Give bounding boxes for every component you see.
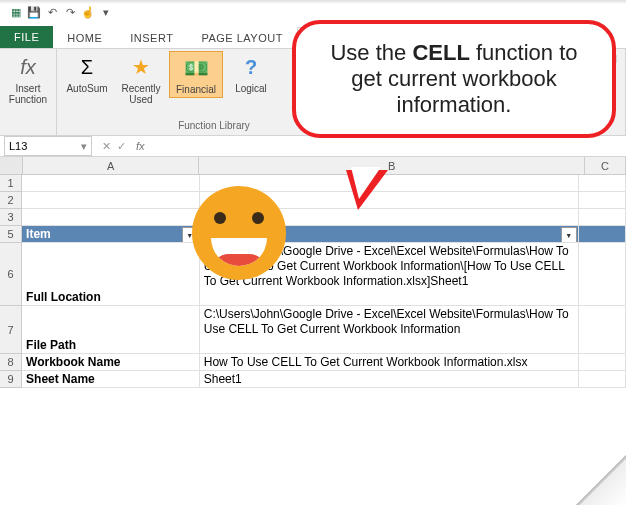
money-icon: 💵 (182, 54, 210, 82)
financial-button[interactable]: 💵 Financial (169, 51, 223, 98)
save-icon[interactable]: 💾 (26, 4, 42, 20)
row-header[interactable]: 7 (0, 306, 22, 354)
formula-input[interactable] (149, 137, 626, 155)
cell[interactable] (579, 175, 626, 192)
cell[interactable] (22, 209, 200, 226)
filter-icon[interactable]: ▼ (561, 227, 577, 243)
formula-bar: L13▾ ✕ ✓ fx (0, 136, 626, 157)
cell[interactable] (579, 226, 626, 243)
tab-page-layout[interactable]: PAGE LAYOUT (187, 28, 297, 48)
page-curl-decoration (576, 455, 626, 505)
cell[interactable] (579, 354, 626, 371)
recently-used-button[interactable]: ★ Recently Used (115, 51, 167, 107)
undo-icon[interactable]: ↶ (44, 4, 60, 20)
fx-icon: fx (14, 53, 42, 81)
worksheet-grid: A B C 1 2 3 5 Item▼ Result▼ 6 Full Locat… (0, 157, 626, 388)
cell-label[interactable]: Full Location (22, 243, 200, 306)
excel-icon[interactable]: ▦ (8, 4, 24, 20)
cell-value[interactable]: How To Use CELL To Get Current Workbook … (200, 354, 579, 371)
header-item[interactable]: Item▼ (22, 226, 200, 243)
logical-button[interactable]: ? Logical (225, 51, 277, 96)
tab-home[interactable]: HOME (53, 28, 116, 48)
row-header[interactable]: 1 (0, 175, 22, 192)
qat-dropdown-icon[interactable]: ▾ (98, 4, 114, 20)
cell[interactable] (579, 306, 626, 354)
emoji-face-icon (192, 186, 286, 280)
tab-file[interactable]: FILE (0, 26, 53, 48)
cell[interactable] (579, 192, 626, 209)
cell-value[interactable]: C:\Users\John\Google Drive - Excel\Excel… (200, 306, 579, 354)
row-header[interactable]: 2 (0, 192, 22, 209)
row-header[interactable]: 3 (0, 209, 22, 226)
redo-icon[interactable]: ↷ (62, 4, 78, 20)
row-header[interactable]: 8 (0, 354, 22, 371)
cell[interactable] (579, 209, 626, 226)
cell-label[interactable]: Workbook Name (22, 354, 200, 371)
question-icon: ? (237, 53, 265, 81)
col-header-c[interactable]: C (585, 157, 626, 175)
star-icon: ★ (127, 53, 155, 81)
tab-insert[interactable]: INSERT (116, 28, 187, 48)
cell[interactable] (579, 243, 626, 306)
autosum-button[interactable]: Σ AutoSum (61, 51, 113, 96)
cell[interactable] (22, 175, 200, 192)
cell[interactable] (22, 192, 200, 209)
row-header[interactable]: 9 (0, 371, 22, 388)
touch-mode-icon[interactable]: ☝ (80, 4, 96, 20)
enter-icon[interactable]: ✓ (117, 140, 126, 153)
cancel-icon[interactable]: ✕ (102, 140, 111, 153)
callout-bubble: Use the CELL function to get current wor… (292, 20, 616, 138)
function-library-label: Function Library (178, 120, 250, 133)
row-header[interactable]: 5 (0, 226, 22, 243)
sigma-icon: Σ (73, 53, 101, 81)
col-header-a[interactable]: A (23, 157, 199, 175)
select-all-corner[interactable] (0, 157, 23, 175)
col-header-b[interactable]: B (199, 157, 585, 175)
cell[interactable] (579, 371, 626, 388)
insert-function-button[interactable]: fx Insert Function (2, 51, 54, 107)
cell-label[interactable]: File Path (22, 306, 200, 354)
row-header[interactable]: 6 (0, 243, 22, 306)
fx-label[interactable]: fx (132, 140, 149, 152)
cell-label[interactable]: Sheet Name (22, 371, 200, 388)
name-box[interactable]: L13▾ (4, 136, 92, 156)
cell-value[interactable]: Sheet1 (200, 371, 579, 388)
